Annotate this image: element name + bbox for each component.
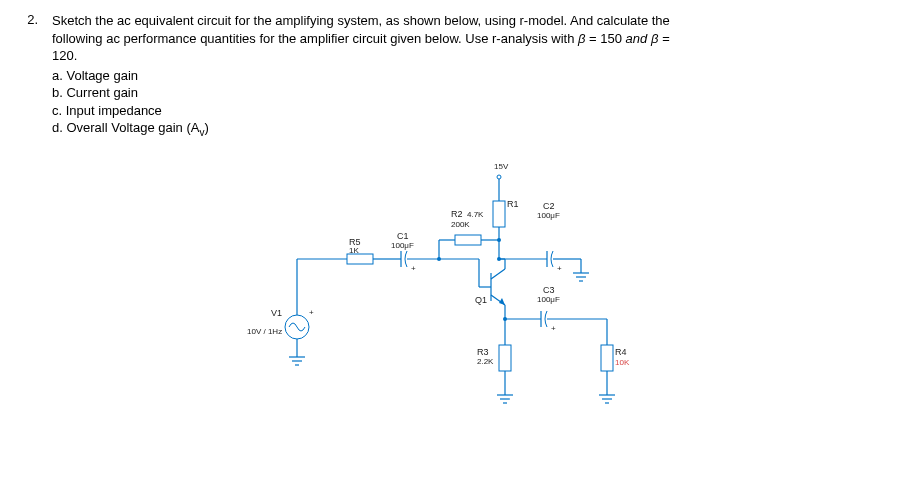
supply-label: 15V bbox=[494, 162, 509, 171]
r1-name: R1 bbox=[507, 199, 519, 209]
question-number: 2. bbox=[20, 12, 38, 449]
svg-rect-39 bbox=[601, 345, 613, 371]
prompt-line-1: Sketch the ac equivalent circuit for the… bbox=[52, 12, 885, 30]
v1-name: V1 bbox=[271, 308, 282, 318]
r4-name: R4 bbox=[615, 347, 627, 357]
question-block: 2. Sketch the ac equivalent circuit for … bbox=[20, 12, 885, 449]
r5-val: 1K bbox=[349, 246, 359, 255]
v1-plus: + bbox=[309, 308, 314, 317]
r3-name: R3 bbox=[477, 347, 489, 357]
sub-c: c. Input impedance bbox=[52, 102, 885, 120]
c1-plus: + bbox=[411, 264, 416, 273]
r2-name: R2 bbox=[451, 209, 463, 219]
svg-line-20 bbox=[491, 269, 505, 279]
prompt-line-2: following ac performance quantities for … bbox=[52, 30, 885, 48]
svg-rect-45 bbox=[499, 345, 511, 371]
c2-val: 100μF bbox=[537, 211, 560, 220]
sub-a: a. Voltage gain bbox=[52, 67, 885, 85]
prompt-line-3: 120. bbox=[52, 47, 885, 65]
circuit-diagram: 15V R1 4.7K R2 200K V bbox=[52, 159, 885, 449]
q1-label: Q1 bbox=[475, 295, 487, 305]
svg-rect-4 bbox=[455, 235, 481, 245]
v1-val: 10V / 1Hz bbox=[247, 327, 282, 336]
c2-plus: + bbox=[557, 264, 562, 273]
sub-d: d. Overall Voltage gain (Av) bbox=[52, 119, 885, 139]
r3-val: 2.2K bbox=[477, 357, 494, 366]
sub-b: b. Current gain bbox=[52, 84, 885, 102]
svg-point-0 bbox=[497, 175, 501, 179]
sub-questions: a. Voltage gain b. Current gain c. Input… bbox=[52, 67, 885, 140]
r2-val: 200K bbox=[451, 220, 470, 229]
svg-rect-2 bbox=[493, 201, 505, 227]
c3-name: C3 bbox=[543, 285, 555, 295]
r1-val: 4.7K bbox=[467, 210, 484, 219]
svg-point-7 bbox=[497, 238, 501, 242]
c3-plus: + bbox=[551, 324, 556, 333]
r4-val: 10K bbox=[615, 358, 630, 367]
c1-val: 100μF bbox=[391, 241, 414, 250]
svg-rect-13 bbox=[347, 254, 373, 264]
c3-val: 100μF bbox=[537, 295, 560, 304]
question-body: Sketch the ac equivalent circuit for the… bbox=[52, 12, 885, 449]
c2-name: C2 bbox=[543, 201, 555, 211]
c1-name: C1 bbox=[397, 231, 409, 241]
